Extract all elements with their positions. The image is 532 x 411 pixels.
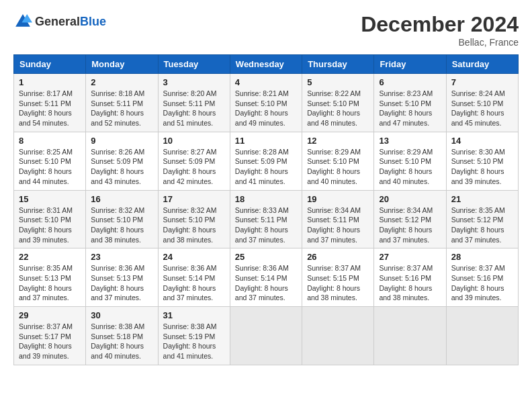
- calendar-cell: 18Sunrise: 8:33 AMSunset: 5:11 PMDayligh…: [230, 190, 302, 248]
- day-number: 15: [19, 194, 81, 204]
- title-area: December 2024 Bellac, France: [361, 12, 519, 48]
- calendar-week-row: 15Sunrise: 8:31 AMSunset: 5:10 PMDayligh…: [14, 190, 519, 248]
- day-detail: Sunrise: 8:35 AMSunset: 5:13 PMDaylight:…: [19, 263, 81, 303]
- calendar-cell: [302, 307, 374, 365]
- day-number: 5: [307, 77, 369, 87]
- day-number: 25: [235, 252, 297, 262]
- logo-text: GeneralBlue: [35, 15, 106, 28]
- day-detail: Sunrise: 8:33 AMSunset: 5:11 PMDaylight:…: [235, 205, 297, 245]
- day-detail: Sunrise: 8:34 AMSunset: 5:11 PMDaylight:…: [307, 205, 369, 245]
- day-detail: Sunrise: 8:36 AMSunset: 5:13 PMDaylight:…: [91, 263, 152, 303]
- day-number: 26: [307, 252, 369, 262]
- day-detail: Sunrise: 8:38 AMSunset: 5:18 PMDaylight:…: [91, 322, 152, 361]
- day-detail: Sunrise: 8:36 AMSunset: 5:14 PMDaylight:…: [235, 263, 297, 303]
- weekday-header: Sunday: [14, 55, 86, 74]
- day-number: 12: [307, 136, 369, 146]
- day-detail: Sunrise: 8:31 AMSunset: 5:10 PMDaylight:…: [19, 205, 81, 245]
- weekday-header: Thursday: [302, 55, 374, 74]
- calendar-cell: [230, 307, 302, 365]
- day-detail: Sunrise: 8:18 AMSunset: 5:11 PMDaylight:…: [91, 89, 152, 128]
- calendar-cell: 16Sunrise: 8:32 AMSunset: 5:10 PMDayligh…: [86, 190, 158, 248]
- weekday-header: Wednesday: [230, 55, 302, 74]
- day-detail: Sunrise: 8:37 AMSunset: 5:16 PMDaylight:…: [379, 263, 441, 303]
- day-number: 16: [91, 194, 152, 204]
- calendar-cell: 27Sunrise: 8:37 AMSunset: 5:16 PMDayligh…: [374, 248, 446, 307]
- calendar-cell: 21Sunrise: 8:35 AMSunset: 5:12 PMDayligh…: [446, 190, 518, 248]
- location: Bellac, France: [361, 37, 519, 48]
- header: GeneralBlue December 2024 Bellac, France: [13, 12, 519, 48]
- day-number: 22: [19, 252, 81, 262]
- day-detail: Sunrise: 8:36 AMSunset: 5:14 PMDaylight:…: [163, 263, 225, 303]
- calendar-cell: 14Sunrise: 8:30 AMSunset: 5:10 PMDayligh…: [446, 132, 518, 190]
- day-number: 27: [379, 252, 441, 262]
- logo-icon: [13, 12, 32, 31]
- day-detail: Sunrise: 8:25 AMSunset: 5:10 PMDaylight:…: [19, 147, 81, 187]
- day-number: 9: [91, 136, 152, 146]
- calendar-cell: 19Sunrise: 8:34 AMSunset: 5:11 PMDayligh…: [302, 190, 374, 248]
- day-number: 13: [379, 136, 441, 146]
- day-detail: Sunrise: 8:38 AMSunset: 5:19 PMDaylight:…: [163, 322, 225, 361]
- calendar: SundayMondayTuesdayWednesdayThursdayFrid…: [13, 54, 519, 365]
- calendar-header: SundayMondayTuesdayWednesdayThursdayFrid…: [14, 55, 519, 74]
- calendar-cell: 10Sunrise: 8:27 AMSunset: 5:09 PMDayligh…: [158, 132, 230, 190]
- calendar-cell: 1Sunrise: 8:17 AMSunset: 5:11 PMDaylight…: [14, 74, 86, 132]
- calendar-cell: 11Sunrise: 8:28 AMSunset: 5:09 PMDayligh…: [230, 132, 302, 190]
- day-detail: Sunrise: 8:24 AMSunset: 5:10 PMDaylight:…: [451, 89, 513, 128]
- day-number: 18: [235, 194, 297, 204]
- day-number: 29: [19, 310, 81, 320]
- day-detail: Sunrise: 8:37 AMSunset: 5:15 PMDaylight:…: [307, 263, 369, 303]
- calendar-body: 1Sunrise: 8:17 AMSunset: 5:11 PMDaylight…: [14, 74, 519, 365]
- weekday-header: Monday: [86, 55, 158, 74]
- day-number: 11: [235, 136, 297, 146]
- day-detail: Sunrise: 8:17 AMSunset: 5:11 PMDaylight:…: [19, 89, 81, 128]
- calendar-cell: 3Sunrise: 8:20 AMSunset: 5:11 PMDaylight…: [158, 74, 230, 132]
- calendar-week-row: 8Sunrise: 8:25 AMSunset: 5:10 PMDaylight…: [14, 132, 519, 190]
- calendar-cell: 24Sunrise: 8:36 AMSunset: 5:14 PMDayligh…: [158, 248, 230, 307]
- day-detail: Sunrise: 8:26 AMSunset: 5:09 PMDaylight:…: [91, 147, 152, 187]
- day-number: 23: [91, 252, 152, 262]
- day-number: 31: [163, 310, 225, 320]
- day-detail: Sunrise: 8:22 AMSunset: 5:10 PMDaylight:…: [307, 89, 369, 128]
- calendar-cell: 15Sunrise: 8:31 AMSunset: 5:10 PMDayligh…: [14, 190, 86, 248]
- calendar-cell: 9Sunrise: 8:26 AMSunset: 5:09 PMDaylight…: [86, 132, 158, 190]
- day-detail: Sunrise: 8:20 AMSunset: 5:11 PMDaylight:…: [163, 89, 225, 128]
- day-detail: Sunrise: 8:32 AMSunset: 5:10 PMDaylight:…: [163, 205, 225, 245]
- day-number: 20: [379, 194, 441, 204]
- weekday-header: Tuesday: [158, 55, 230, 74]
- calendar-cell: 30Sunrise: 8:38 AMSunset: 5:18 PMDayligh…: [86, 307, 158, 365]
- day-number: 10: [163, 136, 225, 146]
- calendar-cell: 20Sunrise: 8:34 AMSunset: 5:12 PMDayligh…: [374, 190, 446, 248]
- calendar-cell: 6Sunrise: 8:23 AMSunset: 5:10 PMDaylight…: [374, 74, 446, 132]
- logo: GeneralBlue: [13, 12, 106, 31]
- weekday-row: SundayMondayTuesdayWednesdayThursdayFrid…: [14, 55, 519, 74]
- calendar-cell: 2Sunrise: 8:18 AMSunset: 5:11 PMDaylight…: [86, 74, 158, 132]
- calendar-cell: 25Sunrise: 8:36 AMSunset: 5:14 PMDayligh…: [230, 248, 302, 307]
- day-detail: Sunrise: 8:29 AMSunset: 5:10 PMDaylight:…: [379, 147, 441, 187]
- day-detail: Sunrise: 8:21 AMSunset: 5:10 PMDaylight:…: [235, 89, 297, 128]
- calendar-cell: 22Sunrise: 8:35 AMSunset: 5:13 PMDayligh…: [14, 248, 86, 307]
- calendar-cell: 17Sunrise: 8:32 AMSunset: 5:10 PMDayligh…: [158, 190, 230, 248]
- day-number: 17: [163, 194, 225, 204]
- calendar-cell: 28Sunrise: 8:37 AMSunset: 5:16 PMDayligh…: [446, 248, 518, 307]
- day-number: 21: [451, 194, 513, 204]
- day-number: 28: [451, 252, 513, 262]
- calendar-cell: 26Sunrise: 8:37 AMSunset: 5:15 PMDayligh…: [302, 248, 374, 307]
- day-number: 2: [91, 77, 152, 87]
- month-title: December 2024: [361, 12, 519, 37]
- day-number: 19: [307, 194, 369, 204]
- calendar-cell: 4Sunrise: 8:21 AMSunset: 5:10 PMDaylight…: [230, 74, 302, 132]
- calendar-cell: 31Sunrise: 8:38 AMSunset: 5:19 PMDayligh…: [158, 307, 230, 365]
- day-number: 4: [235, 77, 297, 87]
- day-number: 14: [451, 136, 513, 146]
- page: GeneralBlue December 2024 Bellac, France…: [0, 0, 532, 372]
- day-number: 8: [19, 136, 81, 146]
- day-detail: Sunrise: 8:32 AMSunset: 5:10 PMDaylight:…: [91, 205, 152, 245]
- day-number: 1: [19, 77, 81, 87]
- weekday-header: Friday: [374, 55, 446, 74]
- calendar-cell: [446, 307, 518, 365]
- day-number: 30: [91, 310, 152, 320]
- day-detail: Sunrise: 8:37 AMSunset: 5:17 PMDaylight:…: [19, 322, 81, 361]
- calendar-cell: [374, 307, 446, 365]
- day-detail: Sunrise: 8:23 AMSunset: 5:10 PMDaylight:…: [379, 89, 441, 128]
- day-detail: Sunrise: 8:37 AMSunset: 5:16 PMDaylight:…: [451, 263, 513, 303]
